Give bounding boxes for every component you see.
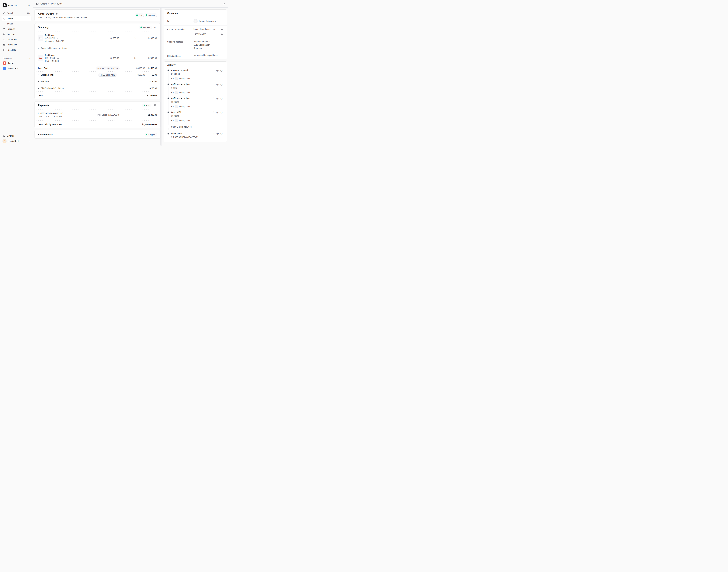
breadcrumb-current: Order #2456 <box>51 3 63 5</box>
item-variant: Aluminum · 140×200 <box>45 40 64 43</box>
sidebar-item-label: Settings <box>7 135 14 137</box>
activity-detail: $ 1,300.00 USD (VISA *5545) <box>171 136 223 139</box>
tax-total-label: Tax Total <box>41 80 49 83</box>
sidebar-item-products[interactable]: Products <box>2 26 31 31</box>
discount-code-badge: 50%_OFF_PRODUCTS <box>96 67 120 70</box>
sidebar-item-label: Price lists <box>7 49 16 51</box>
sidebar-item-label: Drafts <box>7 22 13 25</box>
inventory-items-toggle[interactable]: ▶ Consist of 5x inventory items <box>34 45 160 51</box>
fulfillment-title: Fulfillment #1 <box>38 133 53 136</box>
sidebar-item-label: Google Ads <box>8 67 18 69</box>
payment-method: (VISA *5545) <box>108 114 120 116</box>
gift-cards-row[interactable]: ▶ Gift Cards and Credit Lines -$200.00 <box>34 85 160 91</box>
sidebar-item-label: Products <box>7 28 15 30</box>
shipping-total-row[interactable]: ▶ Shipping Total FREE_SHIPPING $100.00 $… <box>34 72 160 78</box>
item-total: $2000.00 <box>136 57 157 59</box>
billing-address-value: Same as shipping address <box>194 54 223 57</box>
copy-sku-button[interactable] <box>57 57 59 59</box>
sidebar-item-settings[interactable]: Settings <box>2 133 31 138</box>
total-paid-row: Total paid by customer $1,300.00 USD <box>34 121 160 128</box>
actor-avatar: L <box>175 77 178 80</box>
copy-order-id-button[interactable] <box>55 12 58 15</box>
sidebar-item-orders[interactable]: Orders <box>2 16 31 21</box>
billing-address-row: Billing address Same as shipping address <box>164 52 227 59</box>
payments-title: Payments <box>38 104 49 107</box>
ellipsis-icon: ⋯ <box>221 12 223 14</box>
original-amount: $100.00 <box>137 74 145 76</box>
sidebar-item-drafts[interactable]: Drafts <box>2 21 31 26</box>
copy-phone-button[interactable] <box>220 33 223 35</box>
fulfillment-card: Fulfillment #1 Shipped <box>34 130 160 139</box>
activity-entry: Order placed 3 days ago $ 1,300.00 USD (… <box>167 132 223 140</box>
user-menu-button[interactable]: ⋯ <box>27 140 30 143</box>
customer-phone: +4531903590 <box>194 33 219 35</box>
activity-event-title: Items fulfilled <box>171 111 183 114</box>
copy-email-button[interactable] <box>220 28 223 30</box>
item-sku: R-140×200 <box>45 57 55 60</box>
sidebar-item-label: Klaviyo <box>8 62 14 64</box>
items-total-label: Items Total <box>38 67 48 69</box>
refund-payment-icon-button[interactable] <box>153 104 157 107</box>
shipping-address-label: Shipping address <box>167 40 194 50</box>
payment-provider: Stripe <box>102 114 107 116</box>
sidebar-item-promotions[interactable]: Promotions <box>2 42 31 47</box>
timeline-dot-icon <box>167 83 169 85</box>
summary-menu-button[interactable]: ⋯ <box>154 26 157 29</box>
activity-detail: 16 items <box>171 115 223 117</box>
copy-sku-button[interactable] <box>56 37 59 40</box>
tax-total-row[interactable]: ▶ Tax Total $150.00 <box>34 78 160 85</box>
store-menu-button[interactable]: ⋯ <box>27 4 30 7</box>
breadcrumb-orders[interactable]: Orders <box>41 3 47 5</box>
notifications-button[interactable] <box>222 2 226 6</box>
activity-event-title: Fulfillment #1 shipped <box>171 97 191 100</box>
order-header-card: Order #2456 Sep 17, 2025, 2:56:31 PM fro… <box>34 10 160 21</box>
summary-title: Summary <box>38 26 49 29</box>
actor-name: Ludvig Rask <box>179 105 190 108</box>
address-line: Vognmagergade 7 <box>194 40 223 43</box>
sidebar-item-label: Customers <box>7 38 17 41</box>
show-more-activities-button[interactable]: Show 2 more activities <box>171 125 223 131</box>
extensions-nav: Klaviyo G Google Ads <box>2 61 31 71</box>
order-total-row: Total $1,300.00 <box>34 92 160 99</box>
cart-icon <box>3 17 6 20</box>
activity-timestamp: 3 days ago <box>213 69 223 72</box>
sidebar-item-google-ads[interactable]: G Google Ads <box>2 66 31 71</box>
sidebar-toggle-button[interactable] <box>36 2 39 5</box>
payment-status-badge: Paid <box>135 13 144 17</box>
sidebar-item-customers[interactable]: Customers <box>2 37 31 42</box>
sidebar-item-inventory[interactable]: Inventory <box>2 32 31 37</box>
gift-cards-label: Gift Cards and Credit Lines <box>41 87 65 89</box>
caret-right-icon: ▶ <box>38 74 39 76</box>
search-input[interactable]: Search ⌘K <box>2 11 31 16</box>
gear-icon <box>3 135 6 137</box>
item-quantity: 1x <box>119 37 136 39</box>
timeline-dot-icon <box>167 69 169 71</box>
final-amount: $1500.00 <box>147 67 157 69</box>
sidebar-item-price-lists[interactable]: $ Price lists <box>2 48 31 53</box>
customer-menu-button[interactable]: ⋯ <box>220 12 223 14</box>
store-name: Acme, Inc. <box>8 4 26 6</box>
extensions-header[interactable]: Extensions ▾ <box>2 56 31 60</box>
caret-right-icon: ▶ <box>38 81 39 82</box>
item-sku: A-140×200 <box>45 37 55 40</box>
actor-avatar: L <box>175 91 178 94</box>
activity-event-title: Fulfillment #2 shipped <box>171 83 191 86</box>
actor-avatar: L <box>175 105 178 108</box>
extensions-label: Extensions <box>3 57 12 59</box>
dollar-circle-icon: $ <box>3 49 6 51</box>
timeline-dot-icon <box>167 133 169 135</box>
sidebar-item-klaviyo[interactable]: Klaviyo <box>2 61 31 66</box>
payment-date: Sep 17, 2025, 2:56:31 PM <box>38 115 97 118</box>
breadcrumb-separator-icon: ▶ <box>49 3 49 4</box>
user-menu[interactable]: Ludvig Rask ⋯ <box>2 138 31 144</box>
svg-text:$: $ <box>4 49 5 51</box>
shipping-total-label: Shipping Total <box>41 74 54 76</box>
timeline-dot-icon <box>167 112 169 113</box>
customer-avatar: K <box>194 19 198 23</box>
store-switcher[interactable]: Acme, Inc. ⋯ <box>2 2 31 8</box>
app-root: Acme, Inc. ⋯ Search ⌘K Orders Drafts <box>0 0 228 146</box>
order-column: Order #2456 Sep 17, 2025, 2:56:31 PM fro… <box>34 10 160 146</box>
scrollbar[interactable] <box>160 8 162 146</box>
inventory-items-label: Consist of 5x inventory items <box>41 47 67 49</box>
timeline-dot-icon <box>167 97 169 99</box>
